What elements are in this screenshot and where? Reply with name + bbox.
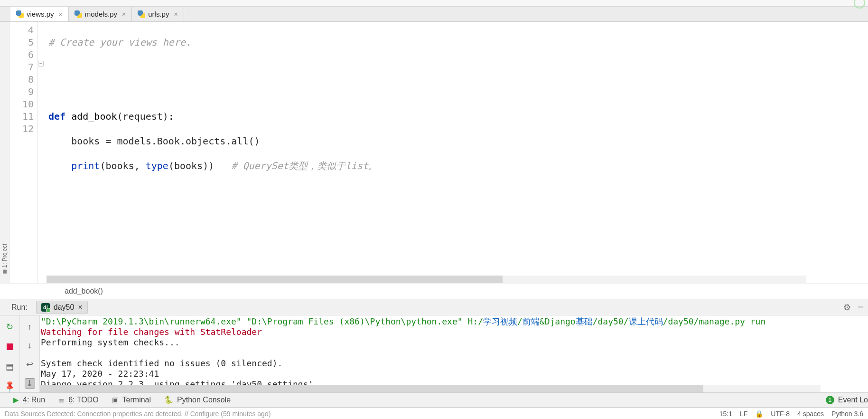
tab-models-py[interactable]: models.py × [69,7,132,21]
tab-views-py[interactable]: views.py × [10,7,69,21]
minimize-icon[interactable]: − [858,302,863,313]
close-icon[interactable]: × [59,10,63,18]
event-count-badge: 1 [826,396,834,404]
stop-button[interactable] [5,342,15,352]
code-editor[interactable]: # Create your views here. def add_book(r… [47,22,868,283]
breadcrumb-bar: add_book() [0,283,868,299]
gear-icon[interactable]: ⚙ [843,302,851,313]
django-icon: dj [41,303,50,312]
run-config-name: day50 [54,303,75,312]
python-file-icon [16,10,24,18]
status-bar: Data Sources Detected: Connection proper… [0,408,868,419]
console-tool-column-2: ↑ ↓ ↩ ⤓ 🖶 🗑 [20,315,40,392]
console-area: ↻ ▤ 📌 ↑ ↓ ↩ ⤓ 🖶 🗑 "D:\PyCharm 2019.1.3\b… [0,315,868,392]
editor-horizontal-scrollbar[interactable] [47,276,806,283]
line-separator[interactable]: LF [740,410,747,418]
terminal-icon: ▣ [112,396,119,404]
line-number: 9 [9,86,34,98]
line-number: 8 [9,73,34,86]
line-number: 7 [9,61,34,73]
line-number: 6 [9,48,34,61]
line-number: 10 [9,98,34,110]
line-number: 5 [9,36,34,48]
pin-icon[interactable]: 📌 [3,380,16,393]
tool-todo[interactable]: ≣ 6: TODO [58,396,98,404]
keyword-def: def [48,111,71,122]
python-file-icon [138,10,145,18]
python-file-icon [75,10,82,18]
rerun-icon[interactable]: ↻ [5,322,15,332]
scroll-to-end-icon[interactable]: ⤓ [25,378,35,389]
tool-project[interactable]: 1: Project [1,244,8,274]
fold-toggle-icon[interactable]: − [38,61,44,67]
event-log[interactable]: 1 Event Lo [826,396,868,404]
tab-label: urls.py [148,10,169,18]
top-toolbar-fragment [0,0,868,7]
line-gutter: 4 5 6 7 8 9 10 11 12 [9,22,38,283]
tool-run[interactable]: ▶ 4: Run [13,396,45,404]
breadcrumb[interactable]: add_book() [65,287,103,295]
soft-wrap-icon[interactable]: ↩ [25,359,35,370]
console-horizontal-scrollbar[interactable] [40,385,821,392]
editor-tabs: views.py × models.py × urls.py × [0,7,868,22]
left-tool-rail: 1: Project [0,22,9,283]
console-tool-column-1: ↻ ▤ 📌 [0,315,20,392]
play-icon: ▶ [13,396,19,404]
tool-python-console[interactable]: 🐍 Python Console [164,396,231,404]
close-icon[interactable]: × [78,303,82,312]
layout-icon[interactable]: ▤ [5,362,15,371]
python-icon: 🐍 [164,396,173,404]
down-arrow-icon[interactable]: ↓ [25,341,35,351]
console-output[interactable]: "D:\PyCharm 2019.1.3\bin\runnerw64.exe" … [40,315,868,392]
line-number: 12 [9,123,34,135]
code-comment: # Create your views here. [48,37,191,48]
stop-icon [7,343,13,350]
fold-column: − [38,22,47,283]
indent[interactable]: 4 spaces [797,410,824,418]
editor-area: 1: Project 4 5 6 7 8 9 10 11 12 − # Crea… [0,22,868,283]
run-tool-header: Run: dj day50 × ⚙ − [0,299,868,315]
bottom-tool-bar: ▶ 4: Run ≣ 6: TODO ▣ Terminal 🐍 Python C… [0,392,868,408]
run-label: Run: [11,303,28,312]
up-arrow-icon[interactable]: ↑ [25,322,35,332]
caret-position[interactable]: 15:1 [719,410,732,418]
status-message: Data Sources Detected: Connection proper… [5,410,271,418]
line-number: 4 [9,24,34,36]
list-icon: ≣ [58,396,65,404]
line-number: 11 [9,110,34,123]
tab-label: models.py [85,10,117,18]
close-icon[interactable]: × [174,10,177,18]
run-config-tab[interactable]: dj day50 × [36,301,88,314]
tool-terminal[interactable]: ▣ Terminal [112,396,151,404]
lock-icon[interactable]: 🔒 [755,410,763,418]
interpreter[interactable]: Python 3.6 [831,410,863,418]
tab-urls-py[interactable]: urls.py × [132,7,184,21]
tab-label: views.py [27,10,54,18]
encoding[interactable]: UTF-8 [771,410,790,418]
close-icon[interactable]: × [122,10,126,18]
